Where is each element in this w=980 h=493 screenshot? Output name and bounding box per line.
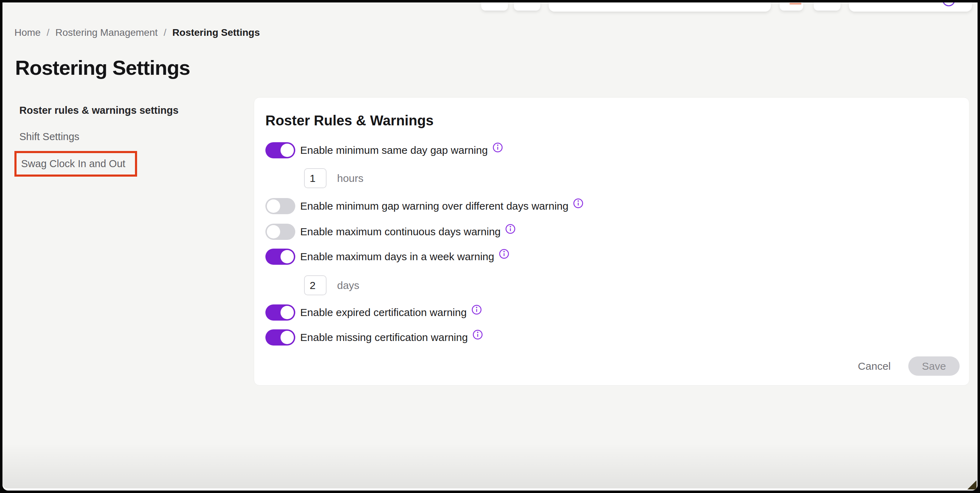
header-icon-button[interactable] bbox=[814, 2, 840, 11]
header-button[interactable] bbox=[481, 2, 508, 11]
info-icon[interactable] bbox=[473, 330, 483, 340]
save-button[interactable]: Save bbox=[908, 357, 959, 376]
unit-label: days bbox=[337, 279, 359, 292]
toggle-max-continuous-days[interactable] bbox=[266, 224, 295, 240]
input-row: days bbox=[304, 275, 959, 295]
header-button[interactable] bbox=[514, 2, 540, 11]
page-content: Home / Rostering Management / Rostering … bbox=[2, 2, 978, 488]
info-icon[interactable] bbox=[573, 198, 584, 209]
breadcrumb-separator: / bbox=[164, 27, 167, 38]
toggle-min-same-day-gap[interactable] bbox=[266, 142, 295, 159]
setting-label: Enable expired certification warning bbox=[300, 306, 467, 319]
breadcrumb-current: Rostering Settings bbox=[172, 27, 260, 38]
header-accent-icon bbox=[789, 3, 802, 5]
card-actions: Cancel Save bbox=[266, 357, 959, 376]
setting-label: Enable missing certification warning bbox=[300, 331, 468, 343]
setting-row: Enable maximum continuous days warning bbox=[266, 224, 959, 240]
setting-row: Enable missing certification warning bbox=[266, 330, 959, 346]
breadcrumb-separator: / bbox=[47, 27, 49, 38]
toggle-max-days-week[interactable] bbox=[266, 249, 295, 265]
info-icon[interactable] bbox=[499, 249, 509, 259]
profile-menu[interactable] bbox=[849, 2, 972, 11]
setting-label: Enable maximum days in a week warning bbox=[300, 251, 494, 263]
min-same-day-gap-input[interactable] bbox=[304, 168, 326, 188]
breadcrumb-home[interactable]: Home bbox=[14, 27, 41, 38]
setting-row: Enable minimum same day gap warning bbox=[266, 142, 959, 159]
annotation-highlight-box: Swag Clock In and Out bbox=[14, 151, 137, 177]
max-days-week-input[interactable] bbox=[304, 275, 326, 295]
setting-row: Enable minimum gap warning over differen… bbox=[266, 198, 959, 214]
sidebar-item-shift-settings[interactable]: Shift Settings bbox=[19, 131, 80, 143]
input-row: hours bbox=[304, 168, 959, 188]
page-title: Rostering Settings bbox=[15, 56, 190, 79]
card-title: Roster Rules & Warnings bbox=[266, 113, 959, 128]
breadcrumb-rostering-management[interactable]: Rostering Management bbox=[55, 27, 158, 38]
breadcrumb: Home / Rostering Management / Rostering … bbox=[14, 27, 260, 38]
avatar-ring-icon bbox=[942, 2, 955, 6]
unit-label: hours bbox=[337, 173, 363, 184]
header-icon-button[interactable] bbox=[780, 2, 803, 11]
toggle-missing-certification[interactable] bbox=[266, 330, 295, 346]
resize-grip[interactable] bbox=[967, 480, 977, 490]
info-icon[interactable] bbox=[492, 142, 503, 153]
info-icon[interactable] bbox=[471, 304, 482, 315]
header-search-bar[interactable] bbox=[549, 2, 771, 11]
setting-row: Enable expired certification warning bbox=[266, 304, 959, 320]
setting-label: Enable minimum gap warning over differen… bbox=[300, 200, 568, 212]
sidebar-item-roster-rules[interactable]: Roster rules & warnings settings bbox=[19, 105, 178, 116]
toggle-expired-certification[interactable] bbox=[266, 304, 295, 320]
setting-row: Enable maximum days in a week warning bbox=[266, 249, 959, 265]
sidebar-item-swag-clock[interactable]: Swag Clock In and Out bbox=[21, 158, 126, 170]
app-window: Home / Rostering Management / Rostering … bbox=[2, 2, 978, 491]
info-icon[interactable] bbox=[505, 224, 515, 234]
setting-label: Enable minimum same day gap warning bbox=[300, 144, 488, 156]
toggle-min-gap-different-days[interactable] bbox=[266, 198, 295, 214]
cancel-button[interactable]: Cancel bbox=[858, 360, 891, 372]
setting-label: Enable maximum continuous days warning bbox=[300, 226, 501, 238]
roster-rules-card: Roster Rules & Warnings Enable minimum s… bbox=[254, 97, 969, 385]
